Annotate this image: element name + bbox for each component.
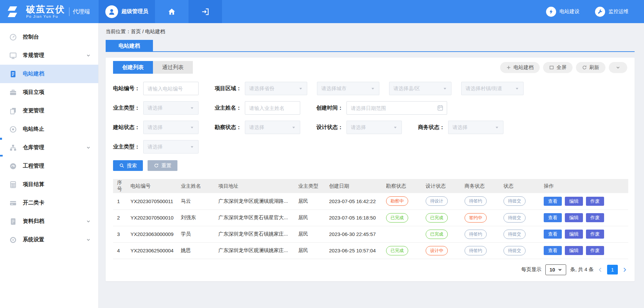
logo-icon	[7, 5, 22, 18]
void-button[interactable]: 作废	[586, 230, 604, 239]
search-button[interactable]: 搜索	[113, 160, 143, 171]
filter-owner-type2-select-group: 业主类型：请选择	[113, 140, 199, 153]
sidebar-item-3[interactable]: 项目立项	[0, 83, 98, 102]
sidebar: 控制台 常规管理 电站建档 项目立项 变更管理 电站终止 仓库管理 工程管理 项…	[0, 23, 99, 308]
sidebar-item-5[interactable]: 电站终止	[0, 120, 98, 138]
sidebar-item-9[interactable]: 开二类卡	[0, 194, 98, 212]
per-page-select[interactable]: 10	[545, 264, 566, 275]
view-button[interactable]: 查看	[544, 230, 562, 239]
status-badge: 已完成	[426, 230, 448, 239]
cell-status: 待提交	[501, 226, 542, 242]
filter-label: 项目区域：	[215, 85, 241, 92]
edit-button[interactable]: 编辑	[565, 246, 583, 255]
sidebar-item-0[interactable]: 控制台	[0, 28, 98, 46]
document-icon	[9, 70, 17, 78]
sidebar-item-label: 项目立项	[23, 89, 91, 96]
edit-button[interactable]: 编辑	[565, 197, 583, 206]
sidebar-item-11[interactable]: 系统设置	[0, 231, 98, 249]
survey-status-select[interactable]: 请选择	[245, 121, 300, 134]
edit-button[interactable]: 编辑	[565, 213, 583, 222]
sidebar-item-6[interactable]: 仓库管理	[0, 138, 98, 157]
gauge-icon	[9, 33, 17, 42]
module-station-build[interactable]: 电站建设	[546, 7, 580, 17]
module-monitor-ops[interactable]: 监控运维	[595, 7, 629, 17]
owner-type2-select[interactable]: 请选择	[143, 140, 199, 153]
next-page-button[interactable]	[622, 267, 627, 272]
stations-table: 序号电站编号业主姓名项目地址业主类型创建日期勘察状态设计状态商务状态状态操作 1…	[113, 179, 628, 259]
filter-business-status-select-group: 商务状态：请选择	[418, 121, 503, 134]
filter-build-status-select-group: 建站状态：请选择	[113, 121, 199, 134]
cell-index: 4	[113, 242, 128, 259]
cell-address: 广东深圳龙华区观澜镇姚家庄...	[216, 242, 296, 259]
tab-create-list[interactable]: 创建列表	[113, 61, 153, 74]
project-region-select-1[interactable]: 请选择城市	[317, 82, 379, 95]
sidebar-item-2[interactable]: 电站建档	[0, 65, 98, 83]
monitor-icon	[9, 51, 17, 60]
refresh-icon	[582, 65, 587, 70]
refresh-button[interactable]: 刷新	[576, 62, 605, 73]
filter-label: 设计状态：	[316, 124, 343, 131]
view-button[interactable]: 查看	[544, 197, 562, 206]
lightning-icon	[546, 7, 556, 17]
cell-status: 待提交	[501, 193, 542, 209]
sidebar-item-label: 工程管理	[23, 163, 91, 170]
user-menu[interactable]: 超级管理员	[99, 0, 155, 23]
business-status-select[interactable]: 请选择	[448, 121, 503, 134]
reset-button[interactable]: 重置	[148, 160, 177, 171]
sidebar-item-7[interactable]: 工程管理	[0, 157, 98, 175]
cell-owner-type: 居民	[296, 209, 327, 226]
filter-station-code-input-group: 电站编号：	[113, 82, 199, 95]
design-status-select[interactable]: 请选择	[346, 121, 402, 134]
cell-owner-type: 居民	[296, 226, 327, 242]
tab-passed-list[interactable]: 通过列表	[153, 61, 193, 74]
view-button[interactable]: 查看	[544, 213, 562, 222]
status-badge: 待提交	[503, 246, 526, 255]
edit-button[interactable]: 编辑	[565, 230, 583, 239]
breadcrumb-path[interactable]: 首页 / 电站建档	[131, 28, 165, 34]
project-region-select-0[interactable]: 请选择省份	[245, 82, 307, 95]
select-arrow-icon	[190, 125, 194, 130]
station-code-input[interactable]	[143, 82, 199, 95]
fullscreen-icon	[549, 65, 554, 70]
sidebar-item-8[interactable]: 项目结算	[0, 175, 98, 194]
sidebar-item-4[interactable]: 变更管理	[0, 102, 98, 120]
cell-owner-name: 姚思	[179, 242, 216, 259]
sidebar-item-label: 项目结算	[23, 181, 91, 188]
filter-label: 电站编号：	[113, 85, 140, 92]
sidebar-item-label: 变更管理	[23, 107, 91, 114]
calculator-icon	[9, 180, 17, 189]
project-region-select-2[interactable]: 请选择县/区	[389, 82, 451, 95]
fullscreen-button[interactable]: 全屏	[543, 62, 573, 73]
per-page-label: 每页显示	[521, 266, 541, 273]
create-station-button[interactable]: 电站建档	[500, 62, 540, 73]
select-arrow-icon	[495, 125, 499, 130]
logout-button[interactable]	[189, 0, 222, 23]
divider	[69, 7, 69, 16]
logo-title: 破茧云伏	[26, 5, 65, 14]
void-button[interactable]: 作废	[586, 213, 604, 222]
owner-name-input[interactable]	[245, 101, 300, 115]
briefcase-icon	[9, 88, 17, 97]
page-tab-station-archive[interactable]: 电站建档	[106, 40, 153, 52]
home-button[interactable]	[155, 0, 189, 23]
create-time-input[interactable]	[346, 101, 447, 115]
void-button[interactable]: 作废	[586, 246, 604, 255]
sidebar-item-10[interactable]: 资料归档	[0, 212, 98, 231]
build-status-select[interactable]: 请选择	[143, 121, 199, 134]
sidebar-item-1[interactable]: 常规管理	[0, 46, 98, 65]
sidebar-item-label: 开二类卡	[23, 199, 91, 206]
cell-status: 待提交	[501, 209, 542, 226]
cell-design-status: 已完成	[424, 209, 463, 226]
owner-type-select[interactable]: 请选择	[143, 101, 199, 115]
column-header: 勘察状态	[384, 179, 424, 193]
prev-page-button[interactable]	[598, 267, 603, 272]
collapse-toolbar-button[interactable]	[609, 62, 627, 73]
chevron-down-icon	[86, 219, 91, 224]
page-number-button[interactable]: 1	[607, 265, 618, 274]
view-button[interactable]: 查看	[544, 246, 562, 255]
project-region-select-3[interactable]: 请选择村镇/街道	[461, 82, 524, 95]
filter-label: 业主类型：	[113, 143, 140, 150]
cell-owner-name: 学员	[179, 226, 216, 242]
void-button[interactable]: 作废	[586, 197, 604, 206]
status-badge: 待提交	[503, 230, 526, 239]
